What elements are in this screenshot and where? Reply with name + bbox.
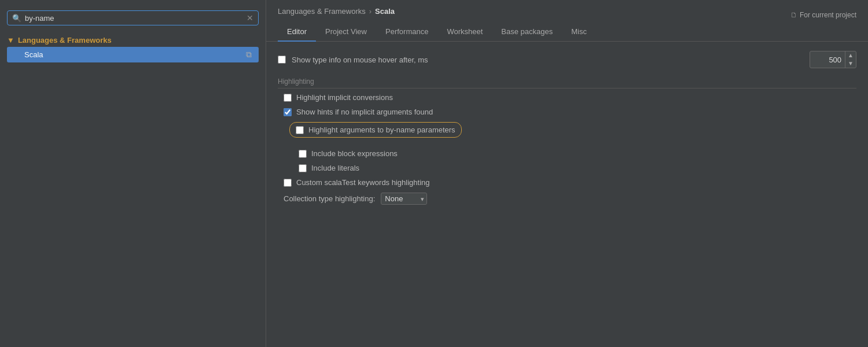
breadcrumb-parent: Languages & Frameworks xyxy=(278,7,366,16)
tab-performance[interactable]: Performance xyxy=(376,23,437,42)
tab-worksheet[interactable]: Worksheet xyxy=(437,23,492,42)
tab-project-view[interactable]: Project View xyxy=(316,23,376,42)
checkbox-by-name-params: Highlight arguments to by-name parameter… xyxy=(289,122,462,138)
breadcrumb-current: Scala xyxy=(375,7,395,16)
type-info-row: Show type info on mouse hover after, ms … xyxy=(278,51,856,68)
implicit-conversions-checkbox[interactable] xyxy=(284,94,292,102)
tab-base-packages[interactable]: Base packages xyxy=(492,23,562,42)
implicit-arguments-label: Show hints if no implicit arguments foun… xyxy=(296,108,433,116)
section-label: Languages & Frameworks xyxy=(18,36,112,45)
search-bar: 🔍 ✕ xyxy=(7,10,259,25)
search-icon: 🔍 xyxy=(12,14,21,23)
literals-checkbox[interactable] xyxy=(299,164,307,172)
scala-test-label: Custom scalaTest keywords highlighting xyxy=(296,178,430,187)
sidebar-item-scala[interactable]: Scala ⧉ xyxy=(7,47,259,62)
checkbox-implicit-arguments: Show hints if no implicit arguments foun… xyxy=(278,108,856,116)
breadcrumb-row: Languages & Frameworks › Scala 🗋 For cur… xyxy=(278,7,856,23)
implicit-conversions-label: Highlight implicit conversions xyxy=(296,93,393,102)
main-panel: Languages & Frameworks › Scala 🗋 For cur… xyxy=(266,0,868,347)
spinbox-arrows: ▲ ▼ xyxy=(845,51,856,68)
for-project: 🗋 For current project xyxy=(790,11,856,19)
tabs-bar: Editor Project View Performance Workshee… xyxy=(266,23,868,42)
checkbox-implicit-conversions: Highlight implicit conversions xyxy=(278,93,856,102)
spinbox-up-arrow[interactable]: ▲ xyxy=(845,51,856,60)
page-icon: 🗋 xyxy=(790,11,797,19)
collection-dropdown-wrapper: None xyxy=(381,193,427,205)
scala-test-checkbox[interactable] xyxy=(284,179,292,187)
settings-content: Show type info on mouse hover after, ms … xyxy=(266,42,868,347)
search-input[interactable] xyxy=(25,14,243,23)
implicit-arguments-checkbox[interactable] xyxy=(284,108,292,116)
sidebar-section-header: ▼ Languages & Frameworks xyxy=(7,36,259,45)
literals-label: Include literals xyxy=(311,164,359,172)
tab-editor[interactable]: Editor xyxy=(278,23,316,42)
collection-row: Collection type highlighting: None xyxy=(278,193,856,205)
triangle-icon: ▼ xyxy=(7,36,14,45)
collection-dropdown[interactable]: None xyxy=(381,193,427,205)
sidebar-item-label: Scala xyxy=(24,50,43,59)
block-expressions-label: Include block expressions xyxy=(311,149,398,158)
tab-misc[interactable]: Misc xyxy=(562,23,596,42)
spinbox-down-arrow[interactable]: ▼ xyxy=(845,60,856,68)
spinbox: ▲ ▼ xyxy=(810,51,856,68)
type-info-checkbox[interactable] xyxy=(278,56,286,64)
by-name-params-label: Highlight arguments to by-name parameter… xyxy=(308,125,455,134)
breadcrumb: Languages & Frameworks › Scala xyxy=(278,7,395,16)
highlighting-section-label: Highlighting xyxy=(278,77,856,88)
checkbox-block-expressions: Include block expressions xyxy=(278,149,856,158)
collection-label: Collection type highlighting: xyxy=(284,194,375,203)
header: Languages & Frameworks › Scala 🗋 For cur… xyxy=(266,0,868,23)
for-project-label: For current project xyxy=(800,11,856,19)
spinbox-input[interactable] xyxy=(810,54,845,65)
block-expressions-checkbox[interactable] xyxy=(299,150,307,158)
checkbox-literals: Include literals xyxy=(278,164,856,172)
sidebar-section: ▼ Languages & Frameworks Scala ⧉ xyxy=(0,32,266,66)
copy-icon: ⧉ xyxy=(246,50,252,60)
by-name-params-checkbox[interactable] xyxy=(296,126,304,134)
clear-icon[interactable]: ✕ xyxy=(247,13,253,23)
checkbox-scala-test: Custom scalaTest keywords highlighting xyxy=(278,178,856,187)
breadcrumb-separator: › xyxy=(369,7,372,16)
sidebar: 🔍 ✕ ▼ Languages & Frameworks Scala ⧉ xyxy=(0,0,266,347)
type-info-label: Show type info on mouse hover after, ms xyxy=(292,56,428,64)
